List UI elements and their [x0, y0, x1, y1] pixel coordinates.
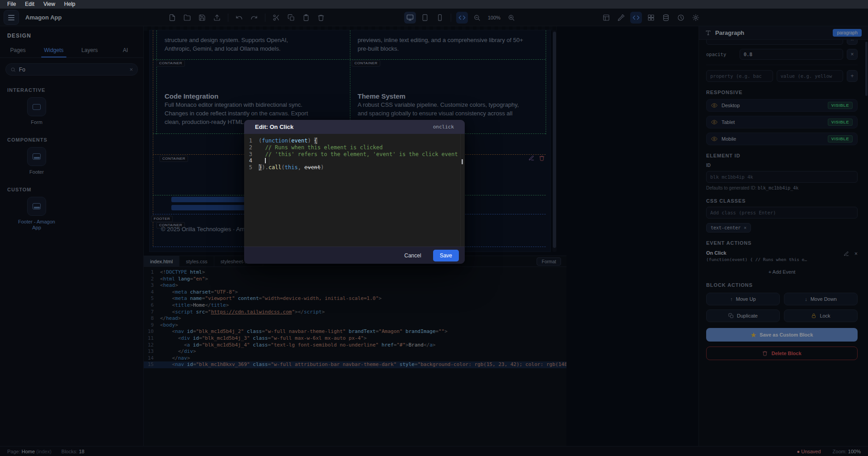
line-number: 11	[144, 335, 160, 342]
code-token: "#"	[396, 342, 406, 348]
feature-card-title[interactable]: Code Integration	[165, 92, 218, 100]
mobile-preview-icon[interactable]	[434, 12, 446, 24]
edit-block-icon[interactable]	[528, 155, 534, 161]
delete-block-icon[interactable]	[539, 155, 545, 161]
tablet-preview-icon[interactable]	[419, 12, 431, 24]
hero-text-left[interactable]: structure and design system. Supports Op…	[165, 36, 316, 53]
save-as-custom-block-button[interactable]: ★ Save as Custom Block	[706, 328, 858, 342]
line-number: 7	[144, 309, 160, 316]
menu-item-view[interactable]: View	[39, 0, 60, 9]
add-style-button[interactable]: +	[847, 70, 858, 82]
components-icon[interactable]	[645, 12, 657, 24]
zoom-out-icon[interactable]	[471, 12, 483, 24]
settings-gear-icon[interactable]	[690, 12, 702, 24]
hamburger-menu-button[interactable]	[4, 10, 19, 25]
delete-block-button[interactable]: Delete Block	[706, 347, 858, 360]
responsive-row-mobile[interactable]: MobileVISIBLE	[706, 133, 858, 145]
remove-class-icon[interactable]: ×	[744, 225, 746, 230]
clear-search-icon[interactable]: ×	[129, 66, 133, 73]
code-editor-icon[interactable]	[630, 12, 642, 24]
feature-card-title[interactable]: Theme System	[358, 92, 406, 100]
canvas-scrollbar[interactable]	[552, 30, 557, 252]
html-code-editor[interactable]: 1<!DOCTYPE html>2<html lang="en">3<head>…	[144, 267, 566, 446]
undo-icon[interactable]	[233, 12, 245, 24]
widget-item[interactable]: Footer - Amagon App	[15, 197, 58, 236]
menu-item-file[interactable]: File	[3, 0, 20, 9]
export-icon[interactable]	[211, 12, 223, 24]
code-tab-styles.css[interactable]: styles.css	[179, 256, 214, 266]
editor-scroll-track[interactable]	[460, 134, 465, 247]
widget-item[interactable]: Footer	[15, 147, 58, 180]
line-number: 8	[144, 315, 160, 322]
zoom-in-icon[interactable]	[505, 12, 517, 24]
code-token: "text-lg font-semibold no-underline"	[271, 342, 378, 348]
code-token: charset	[187, 289, 211, 295]
eyedropper-icon[interactable]	[615, 12, 627, 24]
widget-tile	[27, 197, 46, 216]
event-actions-section-label: EVENT ACTIONS	[706, 240, 858, 246]
code-editor-panel: index.htmlstyles.cssstylesheet-1.css For…	[144, 256, 566, 446]
save-icon[interactable]	[196, 12, 208, 24]
canvas-scrollbar-thumb[interactable]	[553, 32, 556, 248]
new-value-input[interactable]	[777, 70, 844, 82]
database-icon[interactable]	[660, 12, 672, 24]
layout-grid-icon[interactable]	[600, 12, 612, 24]
tab-widgets[interactable]: Widgets	[36, 43, 71, 57]
menu-item-edit[interactable]: Edit	[20, 0, 39, 9]
code-token	[160, 295, 172, 301]
style-value-input[interactable]	[706, 40, 843, 45]
tab-pages[interactable]: Pages	[0, 43, 36, 57]
remove-event-icon[interactable]: ×	[854, 251, 858, 256]
cursor-overview-marker	[462, 159, 463, 164]
copy-icon[interactable]	[285, 12, 297, 24]
element-id-input[interactable]	[706, 171, 858, 183]
save-button[interactable]: Save	[433, 250, 459, 261]
move-up-button[interactable]: ↑Move Up	[706, 293, 780, 305]
code-token: this	[285, 164, 298, 171]
code-token: div	[184, 348, 193, 354]
widget-item[interactable]: Form	[15, 97, 58, 131]
new-file-icon[interactable]	[166, 12, 178, 24]
code-view-toggle-icon[interactable]	[456, 12, 468, 24]
lock-button[interactable]: Lock	[784, 309, 858, 322]
responsive-row-desktop[interactable]: DesktopVISIBLE	[706, 99, 858, 112]
responsive-row-tablet[interactable]: TabletVISIBLE	[706, 116, 858, 128]
event-code-editor[interactable]: 1(function(event) {2 // Runs when this e…	[244, 134, 465, 247]
edit-event-icon[interactable]	[844, 251, 849, 256]
open-project-icon[interactable]	[181, 12, 193, 24]
status-bar-right: ● Unsaved Zoom: 100%	[797, 449, 861, 454]
opacity-value-input[interactable]	[740, 49, 843, 60]
paste-icon[interactable]	[300, 12, 312, 24]
add-class-input[interactable]	[706, 207, 858, 218]
hero-text-right[interactable]: previews, inline text editing, and a com…	[358, 36, 528, 53]
format-button[interactable]: Format	[537, 257, 561, 266]
widget-search[interactable]: ×	[5, 63, 138, 76]
menu-item-help[interactable]: Help	[60, 0, 80, 9]
sidebar-panel-title: DESIGN	[0, 26, 143, 43]
code-token: id	[184, 328, 193, 334]
code-token: <	[184, 342, 187, 348]
html-editor-line: 8</head>	[144, 315, 566, 322]
move-down-button[interactable]: ↓Move Down	[784, 293, 858, 305]
remove-style-button[interactable]: ×	[847, 40, 858, 45]
cut-icon[interactable]	[270, 12, 282, 24]
code-tab-index.html[interactable]: index.html	[144, 256, 179, 266]
code-token: script	[304, 309, 322, 315]
cancel-button[interactable]: Cancel	[401, 250, 425, 261]
menu-bar: FileEditViewHelp	[0, 0, 868, 9]
panel-scrollbar-thumb[interactable]	[865, 42, 868, 96]
new-property-input[interactable]	[706, 70, 773, 82]
desktop-preview-icon[interactable]	[404, 12, 416, 24]
add-event-button[interactable]: + Add Event	[706, 269, 858, 275]
code-token	[160, 342, 184, 348]
redo-icon[interactable]	[248, 12, 260, 24]
feature-card-body[interactable]: A robust CSS variable pipeline. Customiz…	[358, 100, 529, 118]
duplicate-button[interactable]: Duplicate	[706, 309, 780, 322]
history-icon[interactable]	[675, 12, 687, 24]
remove-style-button[interactable]: ×	[847, 49, 858, 60]
tab-ai[interactable]: AI	[108, 43, 143, 57]
tab-layers[interactable]: Layers	[72, 43, 108, 57]
widget-tile	[27, 97, 46, 116]
widget-search-input[interactable]	[19, 66, 126, 73]
delete-icon[interactable]	[315, 12, 327, 24]
